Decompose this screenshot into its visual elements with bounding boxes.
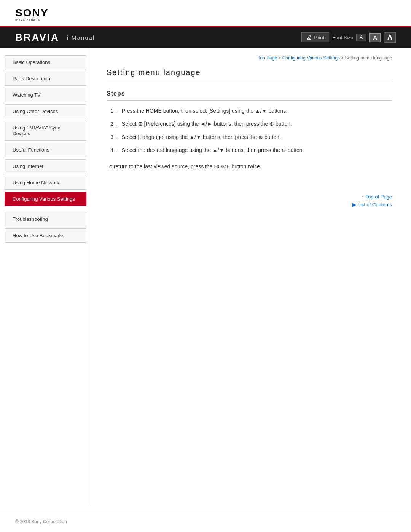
- steps-heading: Steps: [107, 90, 392, 101]
- content-footer: ↑ Top of Page ▶ List of Contents: [107, 193, 392, 208]
- bravia-title: BRAVIA i-Manual: [15, 32, 95, 43]
- content-area: Top Page > Configuring Various Settings …: [91, 48, 411, 503]
- nav-bar: BRAVIA i-Manual 🖨 Print Font Size A A A: [0, 27, 411, 48]
- breadcrumb: Top Page > Configuring Various Settings …: [107, 55, 392, 61]
- sidebar-item-watching-tv[interactable]: Watching TV: [5, 88, 86, 102]
- breadcrumb-separator-1: >: [278, 55, 282, 61]
- step-2-num: 2．: [110, 120, 119, 128]
- up-arrow-icon: ↑: [362, 194, 364, 200]
- print-button[interactable]: 🖨 Print: [301, 32, 329, 42]
- font-size-medium-button[interactable]: A: [369, 33, 381, 42]
- step-3-num: 3．: [110, 133, 119, 141]
- note-text: To return to the last viewed source, pre…: [107, 162, 392, 171]
- steps-list: 1． Press the HOME button, then select [S…: [107, 107, 392, 155]
- step-4-text: Select the desired language using the ▲/…: [122, 146, 304, 154]
- sidebar-item-using-internet[interactable]: Using Internet: [5, 159, 86, 173]
- sidebar-item-using-bravia-sync[interactable]: Using "BRAVIA" Sync Devices: [5, 121, 86, 141]
- right-arrow-icon: ▶: [352, 202, 356, 208]
- page-title: Setting menu language: [107, 68, 392, 81]
- top-bar: SONY make.believe: [0, 0, 411, 27]
- breadcrumb-configuring[interactable]: Configuring Various Settings: [282, 55, 340, 61]
- sony-tagline: make.believe: [15, 18, 40, 22]
- step-4: 4． Select the desired language using the…: [110, 146, 392, 154]
- page-footer: © 2013 Sony Corporation: [0, 511, 411, 532]
- step-1-text: Press the HOME button, then select [Sett…: [122, 107, 288, 115]
- list-of-contents-link[interactable]: ▶ List of Contents: [352, 202, 392, 208]
- bravia-logo-text: BRAVIA: [15, 32, 59, 43]
- sidebar-item-troubleshooting[interactable]: Troubleshooting: [5, 212, 86, 226]
- main-layout: Basic Operations Parts Description Watch…: [0, 48, 411, 503]
- print-label: Print: [314, 35, 324, 40]
- sidebar-item-configuring-various-settings[interactable]: Configuring Various Settings: [5, 192, 86, 206]
- step-2-text: Select ⊞ [Preferences] using the ◄/► but…: [122, 120, 292, 128]
- imanual-label: i-Manual: [67, 34, 95, 41]
- breadcrumb-top-page[interactable]: Top Page: [258, 55, 277, 61]
- sidebar-item-using-other-devices[interactable]: Using Other Devices: [5, 104, 86, 118]
- sidebar-item-basic-operations[interactable]: Basic Operations: [5, 55, 86, 69]
- step-1: 1． Press the HOME button, then select [S…: [110, 107, 392, 115]
- font-size-small-button[interactable]: A: [356, 34, 366, 41]
- sidebar-item-parts-description[interactable]: Parts Description: [5, 72, 86, 86]
- sony-logo: SONY make.believe: [15, 7, 396, 22]
- step-3-text: Select [Language] using the ▲/▼ buttons,…: [122, 133, 281, 141]
- step-3: 3． Select [Language] using the ▲/▼ butto…: [110, 133, 392, 141]
- step-4-num: 4．: [110, 146, 119, 154]
- step-2: 2． Select ⊞ [Preferences] using the ◄/► …: [110, 120, 392, 128]
- sidebar-item-using-home-network[interactable]: Using Home Network: [5, 176, 86, 190]
- breadcrumb-current: Setting menu language: [345, 55, 392, 61]
- nav-controls: 🖨 Print Font Size A A A: [301, 32, 396, 43]
- sony-logo-text: SONY: [15, 7, 48, 19]
- print-icon: 🖨: [306, 34, 312, 40]
- font-size-large-button[interactable]: A: [384, 32, 396, 43]
- step-1-num: 1．: [110, 107, 119, 115]
- font-size-label: Font Size: [332, 35, 353, 40]
- sidebar-item-how-to-use-bookmarks[interactable]: How to Use Bookmarks: [5, 228, 86, 243]
- top-of-page-link[interactable]: ↑ Top of Page: [362, 194, 392, 200]
- copyright: © 2013 Sony Corporation: [15, 519, 67, 524]
- sidebar: Basic Operations Parts Description Watch…: [0, 48, 91, 503]
- sidebar-item-useful-functions[interactable]: Useful Functions: [5, 143, 86, 157]
- breadcrumb-separator-2: >: [341, 55, 345, 61]
